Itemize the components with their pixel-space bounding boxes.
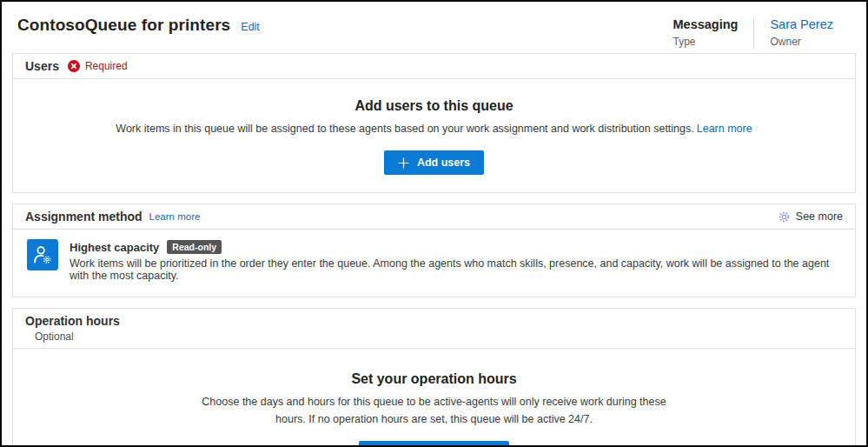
assignment-method-section: Assignment method Learn more See more xyxy=(12,203,856,297)
assignment-learn-more-link[interactable]: Learn more xyxy=(149,211,201,222)
assignment-method-header: Assignment method Learn more See more xyxy=(13,204,855,230)
readonly-badge: Read-only xyxy=(167,240,222,254)
users-learn-more-link[interactable]: Learn more xyxy=(697,123,752,135)
edit-link[interactable]: Edit xyxy=(241,21,260,33)
assignment-method-row: Highest capacity Read-only Work items wi… xyxy=(13,230,855,297)
owner-link[interactable]: Sara Perez xyxy=(770,17,833,31)
users-empty-description-text: Work items in this queue will be assigne… xyxy=(116,123,693,135)
add-users-button[interactable]: Add users xyxy=(384,150,484,175)
operation-hours-description: Choose the days and hours for this queue… xyxy=(189,394,679,428)
owner-label: Owner xyxy=(770,36,833,48)
users-empty-description: Work items in this queue will be assigne… xyxy=(30,121,838,137)
operation-hours-empty-heading: Set your operation hours xyxy=(30,371,838,387)
meta-type: Messaging Type xyxy=(658,17,754,48)
method-name-row: Highest capacity Read-only xyxy=(70,240,843,254)
required-badge: Required xyxy=(85,60,128,72)
users-section-title: Users xyxy=(25,59,59,73)
assignment-method-info: Highest capacity Read-only Work items wi… xyxy=(70,239,843,282)
user-settings-icon xyxy=(27,239,58,270)
see-more-button[interactable]: See more xyxy=(778,210,843,224)
error-icon xyxy=(68,60,80,72)
type-label: Type xyxy=(673,36,739,48)
operation-hours-header: Operation hours Optional xyxy=(13,309,855,349)
users-section-header: Users Required xyxy=(13,54,855,79)
page-title: ContosoQueue for printers xyxy=(17,16,230,35)
queue-settings-page: ContosoQueue for printers Edit Messaging… xyxy=(0,0,868,447)
plus-icon xyxy=(398,157,409,169)
operation-hours-section: Operation hours Optional Set your operat… xyxy=(12,308,856,447)
method-description: Work items will be prioritized in the or… xyxy=(70,257,843,282)
users-empty-heading: Add users to this queue xyxy=(30,98,838,114)
add-users-button-label: Add users xyxy=(417,157,470,169)
optional-label: Optional xyxy=(35,330,843,343)
meta-owner: Sara Perez Owner xyxy=(753,17,849,48)
title-group: ContosoQueue for printers Edit xyxy=(17,16,260,35)
page-header: ContosoQueue for printers Edit Messaging… xyxy=(2,2,866,53)
operation-hours-title: Operation hours xyxy=(25,314,843,328)
see-more-label: See more xyxy=(796,210,843,223)
type-value: Messaging xyxy=(673,17,739,31)
method-name: Highest capacity xyxy=(70,241,159,254)
assignment-method-title: Assignment method xyxy=(25,210,142,224)
gear-icon xyxy=(778,210,791,224)
set-operation-hours-button[interactable]: Set operation hours xyxy=(359,441,508,447)
operation-hours-empty-state: Set your operation hours Choose the days… xyxy=(13,349,855,447)
queue-meta: Messaging Type Sara Perez Owner xyxy=(658,17,849,48)
users-empty-state: Add users to this queue Work items in th… xyxy=(13,79,855,192)
users-section: Users Required Add users to this queue W… xyxy=(12,53,856,193)
